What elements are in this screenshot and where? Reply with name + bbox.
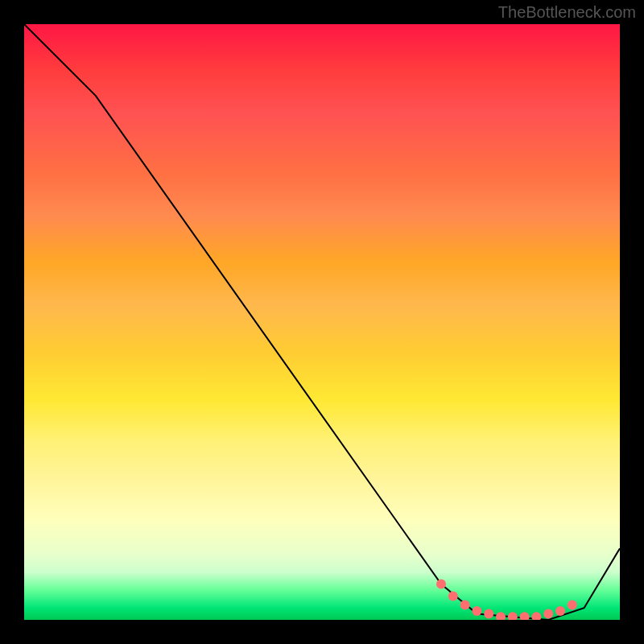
chart-svg bbox=[24, 24, 620, 620]
chart-plot-area bbox=[24, 24, 620, 620]
attribution-text: TheBottleneck.com bbox=[498, 3, 636, 22]
marker-point bbox=[496, 612, 506, 620]
marker-point bbox=[543, 609, 553, 619]
highlight-markers bbox=[436, 580, 577, 620]
marker-point bbox=[484, 609, 493, 619]
marker-point bbox=[436, 580, 446, 589]
marker-point bbox=[520, 612, 530, 620]
marker-point bbox=[555, 606, 565, 616]
marker-point bbox=[531, 612, 541, 620]
marker-point bbox=[568, 601, 577, 610]
marker-point bbox=[460, 601, 470, 610]
marker-point bbox=[508, 612, 518, 620]
marker-point bbox=[472, 606, 481, 616]
marker-point bbox=[448, 591, 458, 601]
bottleneck-curve-line bbox=[24, 24, 620, 620]
